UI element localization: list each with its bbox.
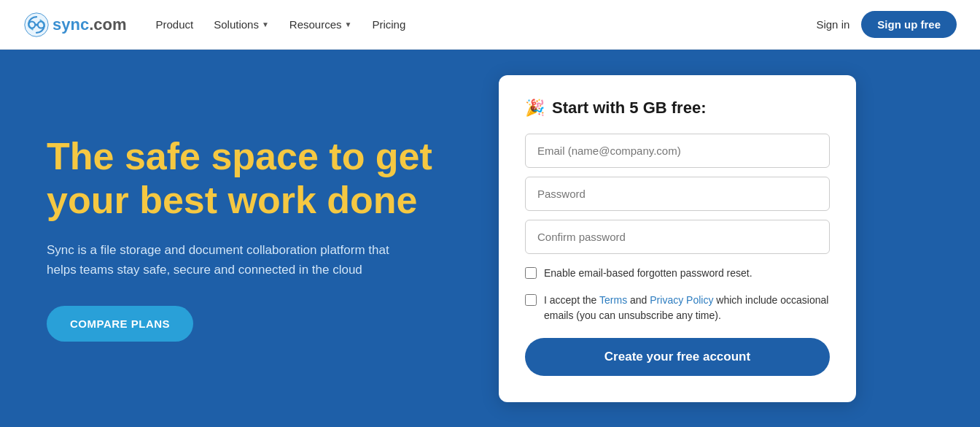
hero-title: The safe space to get your best work don… — [47, 135, 455, 223]
logo[interactable]: sync.com — [23, 12, 127, 38]
logo-icon — [23, 12, 50, 38]
nav-pricing[interactable]: Pricing — [372, 18, 405, 31]
hero-left: The safe space to get your best work don… — [47, 135, 455, 342]
email-reset-label: Enable email-based forgotten password re… — [544, 266, 752, 281]
password-input[interactable] — [525, 177, 830, 211]
party-emoji: 🎉 — [525, 99, 545, 118]
hero-right: 🎉 Start with 5 GB free: Enable email-bas… — [499, 75, 856, 402]
logo-text: sync.com — [52, 15, 127, 34]
privacy-policy-link[interactable]: Privacy Policy — [650, 294, 713, 306]
checkbox-row-1: Enable email-based forgotten password re… — [525, 266, 830, 281]
sign-in-link[interactable]: Sign in — [816, 18, 849, 31]
resources-chevron-icon: ▼ — [345, 20, 352, 28]
create-account-button[interactable]: Create your free account — [525, 338, 830, 376]
compare-plans-button[interactable]: COMPARE PLANS — [47, 306, 193, 342]
signup-card: 🎉 Start with 5 GB free: Enable email-bas… — [499, 75, 856, 402]
solutions-chevron-icon: ▼ — [262, 20, 269, 28]
confirm-password-input[interactable] — [525, 220, 830, 254]
signup-form: Enable email-based forgotten password re… — [525, 134, 830, 376]
sign-up-button[interactable]: Sign up free — [861, 11, 957, 38]
terms-checkbox[interactable] — [525, 294, 537, 306]
nav-resources[interactable]: Resources ▼ — [289, 18, 352, 31]
card-title: 🎉 Start with 5 GB free: — [525, 99, 830, 118]
email-input[interactable] — [525, 134, 830, 168]
nav-solutions[interactable]: Solutions ▼ — [214, 18, 269, 31]
hero-subtitle: Sync is a file storage and document coll… — [47, 240, 397, 280]
hero-section: The safe space to get your best work don… — [0, 50, 980, 427]
terms-link[interactable]: Terms — [599, 294, 627, 306]
checkbox-row-2: I accept the Terms and Privacy Policy wh… — [525, 293, 830, 323]
email-reset-checkbox[interactable] — [525, 267, 537, 279]
nav-product[interactable]: Product — [156, 18, 194, 31]
nav-right: Sign in Sign up free — [816, 11, 957, 38]
nav-links: Product Solutions ▼ Resources ▼ Pricing — [156, 18, 817, 31]
navbar: sync.com Product Solutions ▼ Resources ▼… — [0, 0, 980, 50]
terms-label: I accept the Terms and Privacy Policy wh… — [544, 293, 830, 323]
